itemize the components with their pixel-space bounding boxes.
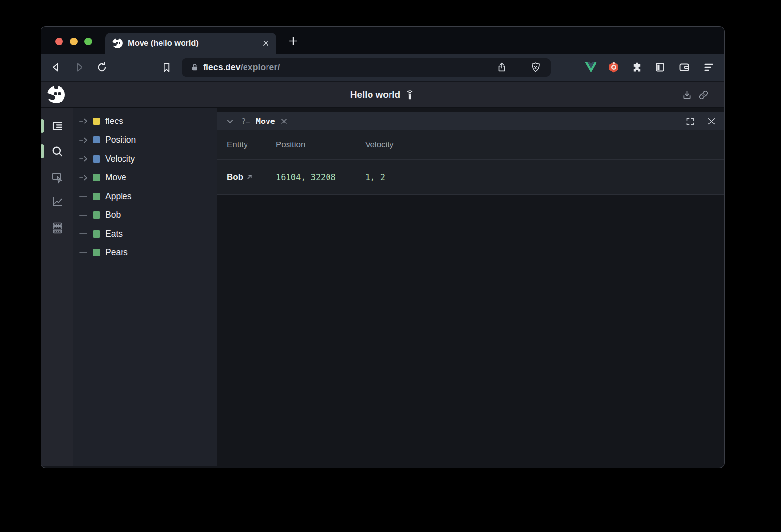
expand-arrow-icon[interactable] xyxy=(79,174,92,181)
expand-arrow-icon[interactable] xyxy=(79,155,92,162)
velocity-value: 1, 2 xyxy=(365,172,385,182)
tree-item-label: Velocity xyxy=(105,154,135,164)
desktop: Move (hello world) xyxy=(0,0,781,532)
table-rows-panel-icon[interactable] xyxy=(50,220,64,234)
active-indicator xyxy=(41,119,44,133)
world-title: Hello world xyxy=(41,82,724,107)
panel-icon-rail xyxy=(41,108,73,466)
back-button[interactable] xyxy=(50,61,62,74)
results-table-header: Entity Position Velocity xyxy=(217,130,724,159)
divider xyxy=(520,61,520,73)
tree-item-label: Move xyxy=(105,172,126,183)
lock-icon xyxy=(190,62,200,72)
table-row[interactable]: Bob 16104, 32208 1, 2 xyxy=(217,159,724,195)
tree-item-eats[interactable]: Eats xyxy=(73,225,217,244)
fullscreen-icon[interactable] xyxy=(686,117,695,126)
column-header-entity: Entity xyxy=(227,140,276,150)
inspector-panel-icon[interactable] xyxy=(50,170,64,184)
tree-item-apples[interactable]: Apples xyxy=(73,187,217,206)
column-header-velocity: Velocity xyxy=(365,140,394,150)
entity-swatch xyxy=(93,211,100,219)
forward-button[interactable] xyxy=(73,61,85,74)
browser-window: Move (hello world) xyxy=(41,27,724,468)
entity-swatch xyxy=(93,249,100,256)
tab-bar: Move (hello world) xyxy=(41,27,724,54)
tree-item-move[interactable]: Move xyxy=(73,168,217,187)
tree-item-position[interactable]: Position xyxy=(73,131,217,150)
tree-item-label: Bob xyxy=(105,210,121,220)
extensions-puzzle-icon[interactable] xyxy=(631,61,643,74)
entity-swatch xyxy=(93,230,100,238)
stats-chart-panel-icon[interactable] xyxy=(50,194,64,208)
minimize-window-button[interactable] xyxy=(70,38,78,45)
entity-tree-panel: flecs Position xyxy=(73,108,217,466)
entity-swatch xyxy=(93,174,100,181)
tab-close-icon[interactable] xyxy=(262,40,269,47)
traffic-lights xyxy=(55,38,92,45)
query-close-icon[interactable] xyxy=(280,118,288,125)
expand-arrow-icon[interactable] xyxy=(79,118,92,124)
address-bar[interactable]: flecs.dev/explorer/ xyxy=(182,58,551,77)
browser-tab[interactable]: Move (hello world) xyxy=(105,33,276,54)
query-search-panel-icon[interactable] xyxy=(50,144,64,159)
open-entity-arrow-icon[interactable] xyxy=(247,174,253,180)
close-window-button[interactable] xyxy=(55,38,63,45)
share-link-icon[interactable] xyxy=(699,90,709,100)
browser-toolbar: flecs.dev/explorer/ xyxy=(41,54,724,82)
new-tab-button[interactable] xyxy=(287,35,300,47)
tree-item-label: Apples xyxy=(105,191,132,202)
entity-name: Bob xyxy=(227,172,243,182)
active-indicator xyxy=(41,144,44,158)
query-panel-header: ?– Move xyxy=(217,112,724,130)
remote-connection-icon[interactable] xyxy=(405,89,415,100)
app-header: Hello world xyxy=(41,82,724,108)
world-title-text: Hello world xyxy=(350,89,400,100)
query-title: Move xyxy=(256,117,275,126)
entity-swatch xyxy=(93,136,100,143)
bookmark-icon[interactable] xyxy=(160,61,173,74)
url-domain: flecs.dev xyxy=(203,62,241,72)
branch-line xyxy=(79,249,92,256)
brave-shield-icon[interactable] xyxy=(530,62,541,73)
query-badge: ?– xyxy=(241,117,250,126)
tree-item-bob[interactable]: Bob xyxy=(73,206,217,225)
tree-item-label: flecs xyxy=(105,116,123,126)
tree-item-velocity[interactable]: Velocity xyxy=(73,149,217,168)
entity-swatch xyxy=(93,118,100,125)
vue-devtools-extension-icon[interactable] xyxy=(584,61,597,74)
chevron-down-icon[interactable] xyxy=(226,117,234,125)
branch-line xyxy=(79,212,92,219)
sidebar-toggle-icon[interactable] xyxy=(654,61,666,74)
download-icon[interactable] xyxy=(682,90,692,100)
tree-item-flecs[interactable]: flecs xyxy=(73,112,217,131)
panel-close-icon[interactable] xyxy=(707,117,716,125)
flecs-favicon xyxy=(112,38,123,48)
tree-item-label: Position xyxy=(105,135,136,145)
app-body: flecs Position xyxy=(41,108,724,466)
entity-swatch xyxy=(93,155,100,163)
url-text: flecs.dev/explorer/ xyxy=(203,62,280,73)
share-icon[interactable] xyxy=(496,62,507,73)
entity-tree-panel-icon[interactable] xyxy=(50,119,64,133)
tree-item-label: Pears xyxy=(105,247,128,258)
tab-title: Move (hello world) xyxy=(128,39,262,48)
hexagon-extension-icon[interactable] xyxy=(607,61,620,74)
branch-line xyxy=(79,230,92,237)
browser-menu-icon[interactable] xyxy=(702,61,715,74)
zoom-window-button[interactable] xyxy=(84,38,92,45)
wallet-icon[interactable] xyxy=(678,61,691,74)
column-header-position: Position xyxy=(276,140,365,150)
tree-item-pears[interactable]: Pears xyxy=(73,244,217,263)
position-value: 16104, 32208 xyxy=(276,172,365,182)
url-path: /explorer/ xyxy=(241,62,280,72)
query-results-panel: ?– Move xyxy=(217,108,724,466)
tree-item-label: Eats xyxy=(105,229,123,239)
reload-button[interactable] xyxy=(96,61,108,74)
entity-swatch xyxy=(93,193,100,200)
branch-line xyxy=(79,193,92,200)
expand-arrow-icon[interactable] xyxy=(79,137,92,143)
